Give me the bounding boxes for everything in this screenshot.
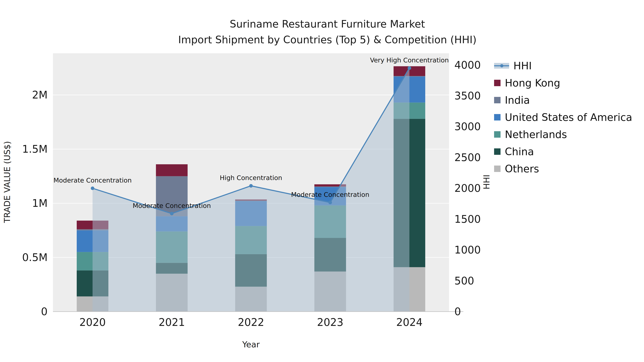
legend-label: Hong Kong [505,77,560,89]
annotation-2021: Moderate Concentration [133,202,211,209]
chart-svg: Moderate ConcentrationModerate Concentra… [0,0,644,362]
x-tick-2021: 2021 [158,316,185,328]
legend-label: Netherlands [505,128,567,140]
legend-square-swatch-icon [494,97,500,103]
legend-item-others: Others [494,160,632,177]
annotation-2020: Moderate Concentration [54,177,132,184]
y-axis-right-title: HHI [482,175,492,189]
y-right-tick-2500: 2500 [454,151,481,164]
y-right-tick-3500: 3500 [454,90,481,102]
y-axis-left-title: TRADE VALUE (US$) [2,141,12,223]
legend-label: Others [505,163,539,175]
legend-label: India [505,94,530,106]
y-left-tick-0: 0 [41,306,48,318]
legend-label: HHI [514,60,532,72]
legend-item-hong-kong: Hong Kong [494,74,632,91]
y-left-tick-2m: 2M [32,89,48,101]
x-tick-2023: 2023 [317,316,344,328]
y-left-tick-1-5m: 1.5M [22,143,48,155]
bar-segment-hong-kong-2021 [156,164,188,176]
legend-square-swatch-icon [494,148,500,155]
legend-square-swatch-icon [494,114,500,120]
x-axis-title: Year [242,340,260,349]
legend-item-united-states-of-america: United States of America [494,109,632,126]
legend: HHIHong KongIndiaUnited States of Americ… [494,57,632,177]
legend-square-swatch-icon [494,80,500,86]
hhi-marker-2024 [408,66,411,70]
annotation-2022: High Concentration [220,174,282,181]
legend-square-swatch-icon [494,131,500,138]
legend-item-netherlands: Netherlands [494,126,632,143]
y-right-tick-4000: 4000 [454,59,481,71]
y-left-tick-0-5m: 0.5M [22,251,48,264]
x-tick-2020: 2020 [80,316,106,328]
x-tick-2024: 2024 [396,316,423,328]
annotation-2023: Moderate Concentration [291,191,369,198]
chart-figure: Suriname Restaurant Furniture Market Imp… [0,0,644,362]
legend-line-swatch-icon [494,62,509,69]
y-right-tick-0: 0 [454,306,461,318]
legend-label: China [505,146,534,157]
y-left-tick-1m: 1M [32,197,48,209]
hhi-marker-2020 [91,186,94,190]
y-right-tick-1000: 1000 [454,244,481,256]
y-right-tick-3000: 3000 [454,120,481,133]
legend-item-india: India [494,91,632,109]
y-right-tick-1500: 1500 [454,213,481,225]
hhi-marker-2021 [170,212,174,215]
hhi-marker-2023 [328,201,332,204]
y-right-tick-500: 500 [454,275,474,287]
hhi-marker-2022 [249,184,253,188]
legend-label: United States of America [505,111,632,123]
legend-item-hhi: HHI [494,57,632,74]
legend-item-china: China [494,143,632,160]
annotation-2024: Very High Concentration [370,56,449,64]
y-right-tick-2000: 2000 [454,182,481,194]
x-tick-2022: 2022 [238,316,264,328]
legend-square-swatch-icon [494,166,500,172]
